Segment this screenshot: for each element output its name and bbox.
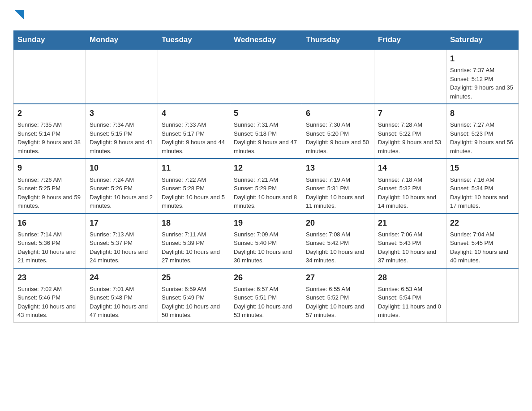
day-number: 28 <box>378 272 442 283</box>
svg-marker-0 <box>14 10 24 20</box>
col-header-friday: Friday <box>374 31 446 50</box>
logo-icon <box>14 10 24 20</box>
day-info: Sunrise: 7:22 AM Sunset: 5:28 PM Dayligh… <box>162 176 226 210</box>
calendar-cell: 7Sunrise: 7:28 AM Sunset: 5:22 PM Daylig… <box>374 104 446 158</box>
day-info: Sunrise: 7:18 AM Sunset: 5:32 PM Dayligh… <box>378 176 442 210</box>
day-info: Sunrise: 7:28 AM Sunset: 5:22 PM Dayligh… <box>378 120 442 155</box>
day-info: Sunrise: 7:35 AM Sunset: 5:14 PM Dayligh… <box>17 120 82 155</box>
calendar-cell: 15Sunrise: 7:16 AM Sunset: 5:34 PM Dayli… <box>446 158 519 213</box>
day-number: 15 <box>450 163 515 174</box>
day-info: Sunrise: 7:06 AM Sunset: 5:43 PM Dayligh… <box>378 230 442 265</box>
calendar-cell: 26Sunrise: 6:57 AM Sunset: 5:51 PM Dayli… <box>230 268 302 323</box>
col-header-sunday: Sunday <box>14 31 86 50</box>
col-header-tuesday: Tuesday <box>158 31 230 50</box>
day-number: 23 <box>17 272 82 283</box>
calendar-cell <box>86 49 158 104</box>
day-info: Sunrise: 7:02 AM Sunset: 5:46 PM Dayligh… <box>17 285 82 320</box>
day-info: Sunrise: 6:57 AM Sunset: 5:51 PM Dayligh… <box>234 285 298 320</box>
col-header-wednesday: Wednesday <box>230 31 302 50</box>
calendar-cell: 23Sunrise: 7:02 AM Sunset: 5:46 PM Dayli… <box>14 268 86 323</box>
day-info: Sunrise: 7:31 AM Sunset: 5:18 PM Dayligh… <box>234 120 298 155</box>
day-number: 11 <box>162 163 226 174</box>
calendar-table: SundayMondayTuesdayWednesdayThursdayFrid… <box>13 30 519 323</box>
day-number: 24 <box>90 272 154 283</box>
day-info: Sunrise: 7:21 AM Sunset: 5:29 PM Dayligh… <box>234 176 298 210</box>
day-info: Sunrise: 7:11 AM Sunset: 5:39 PM Dayligh… <box>162 230 226 265</box>
calendar-cell <box>446 268 519 323</box>
calendar-cell: 8Sunrise: 7:27 AM Sunset: 5:23 PM Daylig… <box>446 104 519 158</box>
day-info: Sunrise: 7:37 AM Sunset: 5:12 PM Dayligh… <box>450 66 515 101</box>
day-number: 6 <box>306 108 370 119</box>
day-info: Sunrise: 7:04 AM Sunset: 5:45 PM Dayligh… <box>450 230 515 265</box>
day-info: Sunrise: 7:08 AM Sunset: 5:42 PM Dayligh… <box>306 230 370 265</box>
day-info: Sunrise: 7:09 AM Sunset: 5:40 PM Dayligh… <box>234 230 298 265</box>
calendar-cell: 14Sunrise: 7:18 AM Sunset: 5:32 PM Dayli… <box>374 158 446 213</box>
calendar-week-2: 2Sunrise: 7:35 AM Sunset: 5:14 PM Daylig… <box>14 104 519 158</box>
day-number: 1 <box>450 53 515 64</box>
day-number: 3 <box>90 108 154 119</box>
calendar-cell: 12Sunrise: 7:21 AM Sunset: 5:29 PM Dayli… <box>230 158 302 213</box>
day-info: Sunrise: 6:59 AM Sunset: 5:49 PM Dayligh… <box>162 285 226 320</box>
calendar-cell: 18Sunrise: 7:11 AM Sunset: 5:39 PM Dayli… <box>158 214 230 268</box>
calendar-cell: 2Sunrise: 7:35 AM Sunset: 5:14 PM Daylig… <box>14 104 86 158</box>
day-info: Sunrise: 6:53 AM Sunset: 5:54 PM Dayligh… <box>378 285 442 320</box>
day-number: 18 <box>162 218 226 229</box>
calendar-cell: 25Sunrise: 6:59 AM Sunset: 5:49 PM Dayli… <box>158 268 230 323</box>
calendar-cell: 6Sunrise: 7:30 AM Sunset: 5:20 PM Daylig… <box>302 104 374 158</box>
calendar-cell: 3Sunrise: 7:34 AM Sunset: 5:15 PM Daylig… <box>86 104 158 158</box>
day-info: Sunrise: 7:33 AM Sunset: 5:17 PM Dayligh… <box>162 120 226 155</box>
day-number: 10 <box>90 163 154 174</box>
day-number: 27 <box>306 272 370 283</box>
calendar-cell: 24Sunrise: 7:01 AM Sunset: 5:48 PM Dayli… <box>86 268 158 323</box>
calendar-week-4: 16Sunrise: 7:14 AM Sunset: 5:36 PM Dayli… <box>14 214 519 268</box>
day-number: 21 <box>378 218 442 229</box>
day-number: 26 <box>234 272 298 283</box>
day-number: 5 <box>234 108 298 119</box>
calendar-cell <box>158 49 230 104</box>
col-header-monday: Monday <box>86 31 158 50</box>
calendar-week-5: 23Sunrise: 7:02 AM Sunset: 5:46 PM Dayli… <box>14 268 519 323</box>
day-info: Sunrise: 7:01 AM Sunset: 5:48 PM Dayligh… <box>90 285 154 320</box>
day-number: 12 <box>234 163 298 174</box>
col-header-thursday: Thursday <box>302 31 374 50</box>
calendar-cell <box>374 49 446 104</box>
calendar-cell: 10Sunrise: 7:24 AM Sunset: 5:26 PM Dayli… <box>86 158 158 213</box>
calendar-cell: 9Sunrise: 7:26 AM Sunset: 5:25 PM Daylig… <box>14 158 86 213</box>
calendar-week-3: 9Sunrise: 7:26 AM Sunset: 5:25 PM Daylig… <box>14 158 519 213</box>
day-number: 2 <box>17 108 82 119</box>
calendar-cell: 13Sunrise: 7:19 AM Sunset: 5:31 PM Dayli… <box>302 158 374 213</box>
calendar-cell: 16Sunrise: 7:14 AM Sunset: 5:36 PM Dayli… <box>14 214 86 268</box>
day-number: 9 <box>17 163 82 174</box>
day-info: Sunrise: 7:24 AM Sunset: 5:26 PM Dayligh… <box>90 176 154 210</box>
day-number: 4 <box>162 108 226 119</box>
day-info: Sunrise: 7:27 AM Sunset: 5:23 PM Dayligh… <box>450 120 515 155</box>
calendar-cell: 20Sunrise: 7:08 AM Sunset: 5:42 PM Dayli… <box>302 214 374 268</box>
calendar-cell <box>230 49 302 104</box>
calendar-cell: 11Sunrise: 7:22 AM Sunset: 5:28 PM Dayli… <box>158 158 230 213</box>
calendar-week-1: 1Sunrise: 7:37 AM Sunset: 5:12 PM Daylig… <box>14 49 519 104</box>
day-number: 19 <box>234 218 298 229</box>
calendar-cell <box>302 49 374 104</box>
day-info: Sunrise: 7:13 AM Sunset: 5:37 PM Dayligh… <box>90 230 154 265</box>
day-info: Sunrise: 7:30 AM Sunset: 5:20 PM Dayligh… <box>306 120 370 155</box>
day-info: Sunrise: 7:26 AM Sunset: 5:25 PM Dayligh… <box>17 176 82 210</box>
calendar-cell: 22Sunrise: 7:04 AM Sunset: 5:45 PM Dayli… <box>446 214 519 268</box>
calendar-cell: 28Sunrise: 6:53 AM Sunset: 5:54 PM Dayli… <box>374 268 446 323</box>
day-info: Sunrise: 7:14 AM Sunset: 5:36 PM Dayligh… <box>17 230 82 265</box>
day-number: 16 <box>17 218 82 229</box>
day-info: Sunrise: 7:16 AM Sunset: 5:34 PM Dayligh… <box>450 176 515 210</box>
day-number: 8 <box>450 108 515 119</box>
day-number: 7 <box>378 108 442 119</box>
day-number: 22 <box>450 218 515 229</box>
logo <box>13 9 24 21</box>
day-number: 13 <box>306 163 370 174</box>
calendar-cell: 4Sunrise: 7:33 AM Sunset: 5:17 PM Daylig… <box>158 104 230 158</box>
page-header <box>13 9 519 21</box>
calendar-cell <box>14 49 86 104</box>
day-info: Sunrise: 7:19 AM Sunset: 5:31 PM Dayligh… <box>306 176 370 210</box>
day-info: Sunrise: 6:55 AM Sunset: 5:52 PM Dayligh… <box>306 285 370 320</box>
calendar-cell: 1Sunrise: 7:37 AM Sunset: 5:12 PM Daylig… <box>446 49 519 104</box>
calendar-cell: 19Sunrise: 7:09 AM Sunset: 5:40 PM Dayli… <box>230 214 302 268</box>
day-info: Sunrise: 7:34 AM Sunset: 5:15 PM Dayligh… <box>90 120 154 155</box>
col-header-saturday: Saturday <box>446 31 519 50</box>
